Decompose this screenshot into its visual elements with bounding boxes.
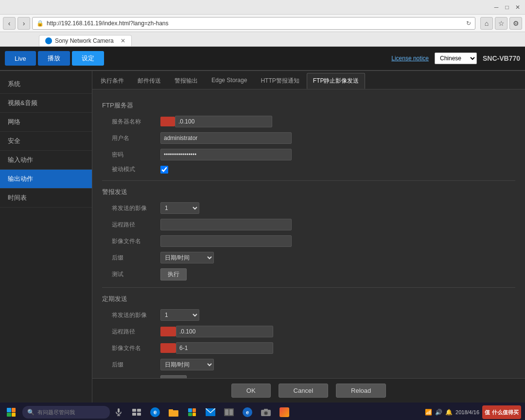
- sidebar-item-input-action[interactable]: 输入动作: [0, 151, 92, 170]
- server-name-redacted-block: [160, 117, 175, 126]
- taskbar: 🔍 有问题尽管问我 e: [0, 402, 525, 420]
- tab-close-icon[interactable]: ✕: [121, 37, 125, 44]
- license-notice-link[interactable]: License notice: [391, 55, 429, 62]
- tab-ftp-image[interactable]: FTP静止影像发送: [307, 73, 366, 89]
- sidebar-item-video-audio[interactable]: 视频&音频: [0, 94, 92, 113]
- start-button[interactable]: [4, 405, 18, 420]
- bottom-bar: OK Cancel Reload: [92, 378, 525, 402]
- reload-button[interactable]: Reload: [336, 384, 386, 398]
- content-area: 执行条件 邮件传送 警报输出 Edge Storage HTTP警报通知 FTP…: [92, 71, 525, 402]
- forward-button[interactable]: ›: [18, 17, 30, 30]
- star-icon[interactable]: ☆: [495, 17, 508, 30]
- browser-tab[interactable]: Sony Network Camera ✕: [39, 35, 132, 46]
- section-divider-2: [102, 287, 515, 288]
- sidebar-item-security[interactable]: 安全: [0, 132, 92, 151]
- address-input[interactable]: [47, 20, 463, 27]
- alarm-filename-input[interactable]: [160, 235, 292, 247]
- tab-email[interactable]: 邮件传送: [131, 73, 167, 89]
- home-icon[interactable]: ⌂: [480, 17, 493, 30]
- tab-alarm-output[interactable]: 警报输出: [168, 73, 204, 89]
- svg-rect-6: [137, 413, 141, 416]
- playback-button[interactable]: 播放: [38, 51, 70, 66]
- password-label: 密码: [112, 151, 160, 159]
- sched-suffix-select[interactable]: 日期/时间 序列号 无: [160, 359, 214, 370]
- taskbar-search-placeholder: 有问题尽管问我: [37, 409, 75, 416]
- server-name-label: 服务器名称: [112, 118, 160, 126]
- refresh-icon[interactable]: ↻: [466, 20, 471, 27]
- sched-filename-row: 影像文件名: [102, 342, 515, 354]
- settings-icon[interactable]: ⚙: [509, 17, 522, 30]
- passive-mode-checkbox[interactable]: [160, 166, 168, 174]
- back-button[interactable]: ‹: [3, 17, 16, 30]
- alarm-remote-path-input[interactable]: [160, 219, 292, 230]
- sidebar-item-output-action[interactable]: 输出动作: [0, 170, 92, 189]
- tab-strip: 执行条件 邮件传送 警报输出 Edge Storage HTTP警报通知 FTP…: [92, 71, 525, 89]
- address-bar: 🔒 ↻: [32, 17, 475, 30]
- nav-bar: ‹ › 🔒 ↻ ⌂ ☆ ⚙: [0, 15, 525, 32]
- alarm-image-count-select[interactable]: 1 2 3: [160, 202, 199, 214]
- main-layout: 系统 视频&音频 网络 安全 输入动作 输出动作 时间表 执行条件 邮件传送 警…: [0, 71, 525, 402]
- language-select[interactable]: Chinese English Japanese: [435, 52, 477, 64]
- header-right: License notice Chinese English Japanese …: [391, 52, 520, 64]
- sched-remote-path-input[interactable]: [176, 326, 273, 337]
- taskbar-photos-icon[interactable]: [222, 405, 236, 420]
- sched-image-count-select[interactable]: 1 2: [160, 309, 199, 321]
- settings-button[interactable]: 设定: [72, 51, 104, 66]
- taskbar-windows-icon[interactable]: [185, 405, 199, 420]
- alarm-filename-label: 影像文件名: [112, 237, 160, 245]
- alarm-image-count-row: 将发送的影像 1 2 3: [102, 202, 515, 214]
- sidebar-item-system[interactable]: 系统: [0, 75, 92, 94]
- svg-rect-5: [132, 413, 136, 416]
- svg-rect-8: [169, 409, 173, 411]
- taskbar-camera-icon[interactable]: [259, 405, 273, 420]
- passive-mode-label: 被动模式: [112, 165, 160, 174]
- sched-suffix-label: 后缀: [112, 361, 160, 369]
- corner-app-badge[interactable]: 值 什么值得买: [482, 405, 521, 419]
- tab-edge-storage[interactable]: Edge Storage: [205, 73, 253, 89]
- cancel-button[interactable]: Cancel: [279, 384, 328, 398]
- tray-notification-icon[interactable]: 🔔: [445, 409, 453, 416]
- ok-button[interactable]: OK: [231, 384, 271, 398]
- password-input[interactable]: [160, 149, 292, 160]
- alarm-image-count-label: 将发送的影像: [112, 204, 160, 212]
- alarm-suffix-select[interactable]: 日期/时间 序列号 无: [160, 252, 214, 263]
- close-button[interactable]: ✕: [514, 4, 521, 11]
- username-input[interactable]: [160, 132, 292, 144]
- taskbar-edge-icon[interactable]: e: [148, 405, 162, 420]
- taskbar-extra-icon[interactable]: [277, 405, 292, 420]
- svg-point-15: [265, 412, 267, 414]
- sidebar-item-network[interactable]: 网络: [0, 113, 92, 132]
- taskbar-search-box[interactable]: 🔍 有问题尽管问我: [22, 406, 110, 419]
- taskbar-win-logo: [188, 408, 196, 416]
- tab-title: Sony Network Camera: [55, 37, 114, 44]
- microphone-icon[interactable]: [114, 408, 123, 416]
- alarm-remote-path-row: 远程路径: [102, 219, 515, 230]
- password-row: 密码: [102, 149, 515, 160]
- live-button[interactable]: Live: [5, 51, 36, 66]
- alarm-suffix-label: 后缀: [112, 254, 160, 262]
- taskbar-ie-icon[interactable]: e: [240, 405, 255, 420]
- tab-bar: Sony Network Camera ✕: [0, 32, 525, 47]
- sched-filename-input[interactable]: [176, 342, 273, 354]
- svg-rect-4: [137, 409, 141, 412]
- taskbar-explorer-icon[interactable]: [166, 405, 181, 420]
- server-name-input[interactable]: [175, 116, 272, 127]
- alarm-test-row: 测试 执行: [102, 268, 515, 280]
- tab-execute-conditions[interactable]: 执行条件: [94, 73, 130, 89]
- minimize-button[interactable]: ─: [493, 4, 500, 11]
- ftp-server-section-title: FTP服务器: [102, 101, 515, 110]
- tray-network-icon: 📶: [425, 409, 432, 416]
- svg-rect-0: [118, 408, 120, 413]
- sched-path-redacted-block: [160, 327, 176, 336]
- taskbar-task-view-icon[interactable]: [129, 405, 144, 420]
- sched-image-count-label: 将发送的影像: [112, 311, 160, 319]
- taskbar-mail-icon[interactable]: [203, 405, 218, 420]
- alarm-test-execute-button[interactable]: 执行: [160, 268, 187, 280]
- alarm-filename-row: 影像文件名: [102, 235, 515, 247]
- search-icon: 🔍: [27, 409, 35, 416]
- sidebar: 系统 视频&音频 网络 安全 输入动作 输出动作 时间表: [0, 71, 92, 402]
- taskbar-system-tray: 📶 🔊 🔔 2018/4/16 值 什么值得买: [425, 405, 521, 419]
- maximize-button[interactable]: □: [504, 4, 510, 11]
- sidebar-item-schedule[interactable]: 时间表: [0, 189, 92, 208]
- tab-http-alarm[interactable]: HTTP警报通知: [254, 73, 305, 89]
